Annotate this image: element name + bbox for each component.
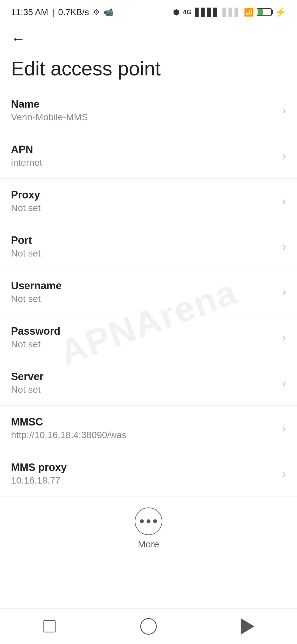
status-right: ⬢ 4G ▋▋▋▋ ▋▋▋ 📶 ⚡ (173, 7, 286, 17)
nav-home-button[interactable] (132, 615, 165, 637)
home-icon (140, 618, 157, 635)
settings-item-apn-content: APN internet (11, 144, 277, 168)
more-dots-icon (140, 519, 157, 523)
settings-item-mms-proxy-value: 10.16.18.77 (11, 475, 277, 486)
settings-item-mmsc-content: MMSC http://10.16.18.4:38090/was (11, 416, 277, 440)
chevron-right-icon: › (282, 422, 286, 435)
settings-item-port-value: Not set (11, 248, 277, 259)
settings-item-mms-proxy[interactable]: MMS proxy 10.16.18.77 › (0, 451, 297, 496)
settings-item-apn-label: APN (11, 144, 277, 155)
chevron-right-icon: › (282, 468, 286, 480)
settings-item-mmsc-label: MMSC (11, 416, 277, 428)
settings-item-proxy-label: Proxy (11, 189, 277, 201)
time-display: 11:35 AM (11, 7, 48, 17)
navigation-bar (0, 608, 297, 644)
nav-back-button[interactable] (231, 615, 264, 637)
settings-item-mmsc[interactable]: MMSC http://10.16.18.4:38090/was › (0, 406, 297, 451)
signal-bars-icon: ▋▋▋▋ (195, 8, 219, 17)
status-left: 11:35 AM | 0.7KB/s ⚙ 📹 (11, 7, 113, 17)
recents-icon (43, 620, 56, 632)
settings-icon: ⚙ (93, 8, 100, 17)
settings-item-server-content: Server Not set (11, 371, 277, 395)
chevron-right-icon: › (282, 377, 286, 389)
page-title: Edit access point (0, 50, 297, 88)
back-icon (241, 618, 254, 635)
chevron-right-icon: › (282, 241, 286, 253)
nav-recents-button[interactable] (33, 615, 66, 637)
back-arrow-icon: ← (11, 30, 25, 47)
settings-item-username[interactable]: Username Not set › (0, 269, 297, 315)
settings-item-username-label: Username (11, 280, 277, 292)
settings-item-name-label: Name (11, 98, 277, 110)
settings-item-password-content: Password Not set (11, 325, 277, 350)
back-button[interactable]: ← (0, 22, 297, 50)
settings-item-name-content: Name Venn-Mobile-MMS (11, 98, 277, 122)
chevron-right-icon: › (282, 150, 286, 162)
more-section: More (0, 496, 297, 563)
wifi-icon: 📶 (244, 8, 254, 17)
settings-item-password[interactable]: Password Not set › (0, 315, 297, 360)
settings-item-mmsc-value: http://10.16.18.4:38090/was (11, 430, 277, 440)
chevron-right-icon: › (282, 104, 286, 117)
settings-item-server[interactable]: Server Not set › (0, 360, 297, 406)
camera-icon: 📹 (104, 8, 113, 17)
settings-item-password-label: Password (11, 325, 277, 337)
settings-item-port[interactable]: Port Not set › (0, 224, 297, 269)
more-label: More (138, 539, 159, 550)
settings-item-name-value: Venn-Mobile-MMS (11, 112, 277, 122)
settings-item-proxy-content: Proxy Not set (11, 189, 277, 213)
chevron-right-icon: › (282, 331, 286, 344)
settings-item-proxy-value: Not set (11, 203, 277, 213)
chevron-right-icon: › (282, 195, 286, 208)
more-dot-1 (140, 519, 144, 523)
settings-item-server-value: Not set (11, 384, 277, 395)
settings-item-port-label: Port (11, 234, 277, 246)
settings-list: Name Venn-Mobile-MMS › APN internet › Pr… (0, 88, 297, 496)
more-dot-3 (153, 519, 157, 523)
settings-item-port-content: Port Not set (11, 234, 277, 259)
settings-item-mms-proxy-label: MMS proxy (11, 462, 277, 473)
settings-item-username-content: Username Not set (11, 280, 277, 304)
settings-item-name[interactable]: Name Venn-Mobile-MMS › (0, 88, 297, 133)
more-dot-2 (147, 519, 150, 523)
signal-4g-icon: 4G (183, 8, 192, 16)
settings-item-server-label: Server (11, 371, 277, 383)
separator: | (52, 7, 54, 17)
settings-item-proxy[interactable]: Proxy Not set › (0, 179, 297, 224)
settings-item-apn[interactable]: APN internet › (0, 133, 297, 179)
bluetooth-icon: ⬢ (173, 8, 180, 17)
more-button[interactable] (135, 507, 162, 535)
settings-item-username-value: Not set (11, 293, 277, 304)
speed-display: 0.7KB/s (58, 7, 89, 17)
settings-item-mms-proxy-content: MMS proxy 10.16.18.77 (11, 462, 277, 486)
status-bar: 11:35 AM | 0.7KB/s ⚙ 📹 ⬢ 4G ▋▋▋▋ ▋▋▋ 📶 ⚡ (0, 0, 297, 22)
chevron-right-icon: › (282, 286, 286, 298)
settings-item-password-value: Not set (11, 339, 277, 350)
battery-icon (257, 8, 272, 16)
signal-bars2-icon: ▋▋▋ (222, 8, 241, 17)
settings-item-apn-value: internet (11, 157, 277, 168)
charging-icon: ⚡ (275, 7, 286, 17)
